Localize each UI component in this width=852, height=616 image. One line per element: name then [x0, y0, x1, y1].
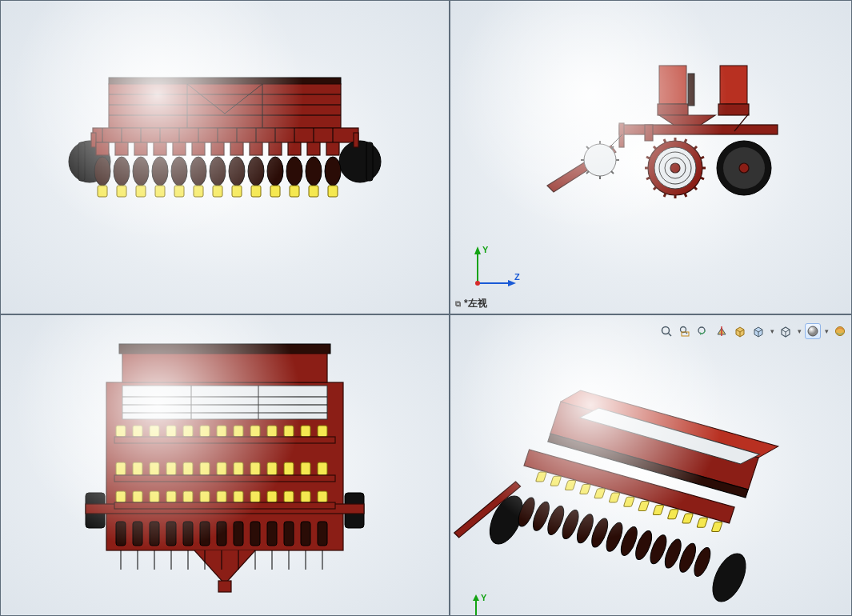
svg-point-113	[475, 281, 480, 286]
svg-rect-135	[250, 426, 260, 437]
edit-appearance-caret[interactable]: ▾	[823, 323, 830, 339]
zoom-fit-button[interactable]	[658, 323, 674, 339]
svg-rect-40	[213, 186, 222, 197]
svg-rect-58	[307, 142, 320, 155]
svg-rect-144	[166, 462, 176, 475]
view-label-left: ⧉ *左视	[455, 297, 487, 310]
svg-rect-181	[217, 522, 226, 546]
svg-rect-165	[284, 491, 294, 502]
svg-marker-234	[473, 594, 479, 601]
svg-rect-163	[250, 491, 260, 502]
svg-rect-128	[133, 426, 142, 437]
svg-rect-177	[183, 522, 193, 546]
svg-rect-137	[284, 426, 294, 437]
svg-rect-52	[270, 186, 280, 197]
svg-rect-14	[96, 142, 109, 155]
svg-point-203	[808, 326, 818, 336]
svg-rect-34	[192, 142, 205, 155]
svg-rect-18	[115, 142, 128, 155]
svg-rect-26	[154, 142, 166, 155]
svg-rect-42	[230, 142, 243, 155]
svg-line-96	[701, 178, 704, 179]
svg-rect-66	[659, 66, 686, 104]
svg-rect-149	[250, 462, 260, 475]
svg-rect-148	[234, 462, 243, 475]
svg-point-43	[229, 157, 245, 186]
svg-rect-146	[200, 462, 210, 475]
viewport-front[interactable]	[0, 0, 450, 314]
svg-line-81	[586, 146, 589, 149]
zoom-area-button[interactable]	[677, 323, 693, 339]
svg-rect-173	[150, 522, 159, 546]
svg-rect-131	[183, 426, 193, 437]
viewport-iso[interactable]: ▾ ▾ ▾	[450, 314, 852, 616]
svg-rect-12	[91, 133, 96, 147]
svg-rect-56	[290, 186, 299, 197]
svg-rect-133	[217, 426, 226, 437]
svg-rect-138	[301, 426, 310, 437]
svg-rect-32	[174, 186, 184, 197]
svg-line-91	[654, 146, 656, 149]
svg-rect-0	[109, 78, 341, 84]
svg-rect-155	[116, 491, 126, 502]
svg-rect-142	[133, 462, 142, 475]
svg-rect-60	[309, 186, 318, 197]
svg-rect-130	[166, 426, 176, 437]
edit-appearance-button[interactable]	[805, 323, 821, 339]
svg-text:Y: Y	[482, 245, 489, 254]
svg-rect-24	[136, 186, 146, 197]
svg-rect-64	[328, 186, 338, 197]
svg-rect-150	[267, 462, 277, 475]
svg-rect-214	[638, 501, 649, 510]
svg-rect-164	[267, 491, 277, 502]
svg-point-35	[190, 157, 206, 186]
svg-point-9	[339, 141, 381, 182]
svg-point-19	[114, 157, 130, 186]
svg-rect-209	[565, 480, 576, 490]
view-orientation-button[interactable]	[732, 323, 748, 339]
hide-show-caret[interactable]: ▾	[796, 323, 802, 339]
svg-point-106	[739, 163, 749, 173]
previous-view-button[interactable]	[695, 323, 711, 339]
svg-rect-54	[288, 142, 301, 155]
svg-line-80	[586, 171, 589, 174]
svg-rect-212	[609, 493, 620, 502]
svg-line-100	[685, 194, 686, 197]
svg-rect-143	[150, 462, 159, 475]
svg-rect-187	[267, 522, 277, 546]
svg-point-195	[662, 327, 670, 334]
svg-rect-46	[250, 142, 262, 155]
svg-rect-216	[667, 509, 678, 518]
view-label-text: *左视	[464, 297, 487, 310]
hide-show-button[interactable]	[778, 323, 794, 339]
svg-rect-139	[318, 426, 327, 437]
svg-point-59	[306, 157, 322, 186]
viewport-left[interactable]: Y Z ⧉ *左视	[450, 0, 852, 314]
svg-rect-68	[720, 66, 747, 104]
svg-line-101	[664, 194, 666, 197]
display-style-caret[interactable]: ▾	[769, 323, 775, 339]
svg-point-197	[681, 327, 686, 333]
section-view-button[interactable]	[714, 323, 730, 339]
svg-rect-156	[133, 491, 142, 502]
svg-marker-201	[700, 332, 702, 335]
apply-scene-button[interactable]	[832, 323, 848, 339]
display-style-button[interactable]	[750, 323, 766, 339]
model-top	[1, 315, 449, 615]
svg-rect-136	[267, 426, 277, 437]
svg-point-63	[325, 157, 341, 186]
svg-point-39	[210, 157, 226, 186]
svg-rect-167	[318, 491, 327, 502]
svg-rect-20	[117, 186, 126, 197]
svg-rect-147	[217, 462, 226, 475]
svg-rect-193	[318, 522, 327, 546]
svg-line-94	[701, 157, 704, 158]
svg-rect-160	[200, 491, 210, 502]
svg-rect-162	[234, 491, 243, 502]
svg-rect-145	[183, 462, 193, 475]
svg-rect-36	[194, 186, 203, 197]
svg-rect-28	[155, 186, 165, 197]
svg-rect-30	[173, 142, 186, 155]
svg-rect-132	[200, 426, 210, 437]
viewport-top[interactable]	[0, 314, 450, 616]
